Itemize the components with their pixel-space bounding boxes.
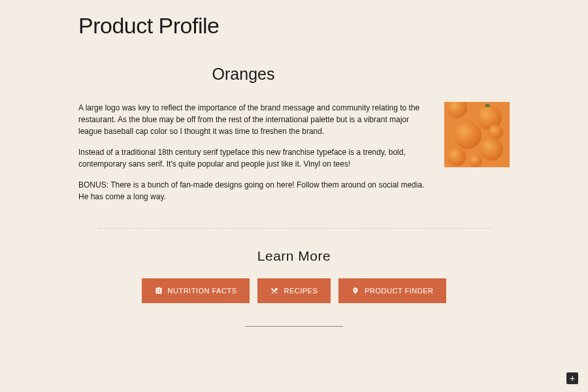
location-pin-icon — [351, 287, 359, 295]
product-paragraph: A large logo was key to reflect the impo… — [78, 102, 425, 137]
product-paragraph: BONUS: There is a bunch of fan-made desi… — [78, 179, 425, 203]
section-divider — [98, 228, 490, 229]
button-label: NUTRITION FACTS — [168, 287, 237, 295]
learn-more-section: Learn More NUTRITION FACTS RECIPES PRODU… — [78, 248, 510, 327]
product-section: Oranges A large logo was key to reflect … — [78, 65, 510, 212]
button-label: RECIPES — [284, 287, 318, 295]
learn-more-title: Learn More — [78, 248, 510, 264]
add-button[interactable]: + — [566, 372, 578, 384]
utensils-icon — [270, 287, 278, 295]
page-title: Product Profile — [78, 13, 510, 39]
product-paragraph: Instead of a traditional 18th century se… — [78, 146, 425, 170]
button-row: NUTRITION FACTS RECIPES PRODUCT FINDER — [78, 278, 510, 303]
button-label: PRODUCT FINDER — [365, 287, 433, 295]
product-description: A large logo was key to reflect the impo… — [78, 102, 425, 212]
nutrition-facts-button[interactable]: NUTRITION FACTS — [142, 278, 250, 303]
product-name: Oranges — [0, 65, 510, 84]
recipes-button[interactable]: RECIPES — [257, 278, 331, 303]
product-finder-button[interactable]: PRODUCT FINDER — [338, 278, 446, 303]
bottom-rule — [245, 326, 343, 327]
product-image — [444, 102, 510, 167]
clipboard-icon — [155, 287, 163, 295]
plus-icon: + — [570, 374, 575, 383]
